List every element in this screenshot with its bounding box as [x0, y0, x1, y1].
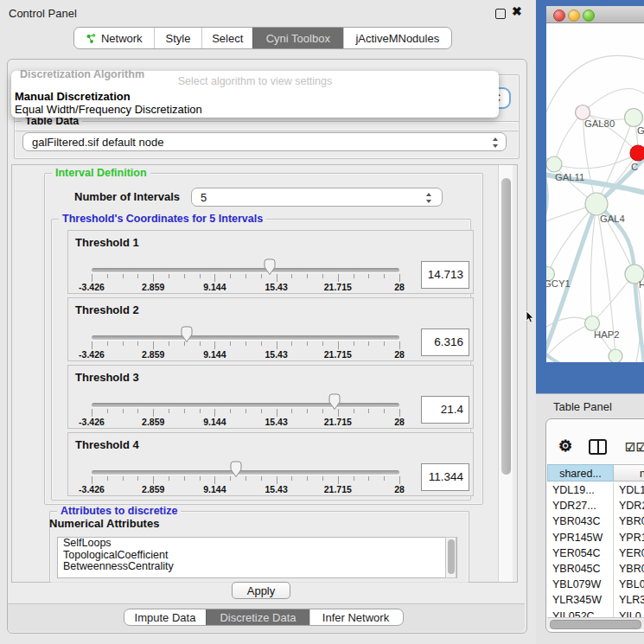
- column-header-shared[interactable]: shared...: [547, 464, 614, 481]
- mode-tab-infer-network[interactable]: Infer Network: [309, 609, 401, 625]
- network-node-GAL4[interactable]: [585, 193, 608, 215]
- algorithm-option-equal-width[interactable]: Equal Width/Frequency Discretization: [15, 103, 202, 116]
- tab-cyni-toolbox[interactable]: Cyni Toolbox: [252, 28, 343, 48]
- cell-name[interactable]: YER0: [614, 545, 644, 561]
- slider-tick: [169, 274, 169, 278]
- table-row[interactable]: YER054CYER0: [547, 545, 644, 561]
- tab-jactivemnodules[interactable]: jActiveMNodules: [343, 28, 451, 48]
- slider-tick: [399, 409, 400, 417]
- slider-track[interactable]: [92, 403, 399, 407]
- cell-name[interactable]: YDL1: [614, 482, 644, 498]
- network-node-label: GCY1: [546, 278, 571, 289]
- tab-select[interactable]: Select: [201, 28, 252, 48]
- mode-tab-discretize-data[interactable]: Discretize Data: [206, 609, 309, 625]
- table-row[interactable]: YBR043CYBR0: [547, 513, 644, 529]
- cell-shared-name[interactable]: YPR145W: [547, 530, 614, 545]
- network-node-node-upper-right[interactable]: [625, 109, 643, 127]
- network-node-GAL11[interactable]: [546, 156, 562, 172]
- tab-style[interactable]: Style: [154, 28, 202, 48]
- slider-track[interactable]: [92, 268, 399, 272]
- network-node-GAL80[interactable]: [576, 105, 590, 120]
- select-columns-icon[interactable]: ☑☑: [625, 441, 644, 454]
- network-node-node-bottom[interactable]: [609, 349, 622, 362]
- table-row[interactable]: YBL079WYBL0: [547, 577, 644, 592]
- threshold-value-field[interactable]: 14.713: [421, 261, 469, 289]
- zoom-traffic-light[interactable]: [583, 10, 595, 22]
- attributes-list-scrollbar[interactable]: [445, 537, 456, 578]
- threshold-value-field[interactable]: 11.344: [421, 463, 469, 491]
- network-edge[interactable]: [554, 112, 583, 164]
- vertical-scrollbar-thumb[interactable]: [501, 178, 511, 475]
- attribute-list-item[interactable]: SelfLoops: [58, 538, 456, 550]
- slider-thumb[interactable]: [180, 325, 194, 343]
- slider-tick: [92, 409, 92, 417]
- cell-name[interactable]: YDR2: [614, 498, 644, 513]
- tab-network[interactable]: Network: [74, 28, 154, 48]
- slider-tick-label: 15.43: [251, 417, 303, 427]
- cell-name[interactable]: YBL0: [614, 577, 644, 592]
- cell-shared-name[interactable]: YBR043C: [547, 513, 614, 529]
- slider-track[interactable]: [92, 335, 399, 340]
- cell-name[interactable]: YBR0: [614, 513, 644, 529]
- network-node-label: GAL80: [584, 118, 615, 129]
- close-traffic-light[interactable]: [553, 10, 565, 22]
- table-row[interactable]: YDR27...YDR2: [547, 498, 644, 513]
- horizontal-scrollbar-thumb[interactable]: [550, 620, 641, 629]
- column-header-name[interactable]: na: [614, 464, 644, 481]
- control-panel-title: Control Panel: [9, 7, 77, 20]
- cell-shared-name[interactable]: YDR27...: [547, 498, 614, 513]
- cell-shared-name[interactable]: YER054C: [547, 545, 614, 561]
- cell-shared-name[interactable]: YBR045C: [547, 561, 614, 577]
- slider-track[interactable]: [92, 470, 399, 475]
- network-canvas[interactable]: GAL80GACGAL11GAL4GCY1HHAP2: [546, 23, 644, 362]
- table-row[interactable]: YPR145WYPR1: [547, 530, 644, 545]
- attributes-list-scrollbar-thumb[interactable]: [448, 539, 455, 574]
- table-row[interactable]: YDL19...YDL1: [547, 482, 644, 498]
- slider-tick: [291, 476, 292, 481]
- threshold-value-field[interactable]: 21.4: [421, 396, 469, 424]
- threshold-value-field[interactable]: 6.316: [421, 328, 469, 356]
- gear-icon[interactable]: ⚙: [558, 438, 572, 454]
- mode-tab-label: Discretize Data: [220, 611, 296, 624]
- cell-shared-name[interactable]: YBL079W: [547, 577, 614, 592]
- numerical-attributes-list[interactable]: SelfLoopsTopologicalCoefficientBetweenne…: [57, 537, 457, 578]
- network-edge[interactable]: [554, 153, 638, 169]
- network-node-HAP2[interactable]: [585, 316, 600, 331]
- tab-label: Select: [212, 32, 243, 45]
- slider-thumb[interactable]: [328, 392, 341, 411]
- network-node-label: HAP2: [594, 329, 620, 340]
- cell-shared-name[interactable]: YDL19...: [547, 482, 614, 498]
- mode-tab-impute-data[interactable]: Impute Data: [124, 609, 206, 625]
- table-row[interactable]: YBR045CYBR0: [547, 561, 644, 577]
- network-edge[interactable]: [547, 204, 596, 274]
- table-data-combo[interactable]: galFiltered.sif default node: [22, 132, 507, 151]
- slider-tick: [338, 341, 339, 349]
- table-row[interactable]: YLR345WYLR3: [547, 592, 644, 608]
- columns-icon[interactable]: [589, 439, 607, 455]
- slider-tick-label: 21.715: [312, 349, 364, 360]
- slider-tick: [214, 274, 215, 282]
- slider-tick: [137, 409, 138, 413]
- table-data-group: Table Data galFiltered.sif default node: [14, 121, 520, 159]
- float-window-icon[interactable]: [495, 9, 506, 19]
- number-of-intervals-spinner[interactable]: 5: [191, 188, 443, 207]
- cell-name[interactable]: YLR3: [614, 592, 644, 608]
- tab-label: Cyni Toolbox: [266, 32, 330, 45]
- cell-shared-name[interactable]: YLR345W: [547, 592, 614, 608]
- cell-name[interactable]: YBR0: [614, 561, 644, 577]
- network-node-node-red[interactable]: [630, 145, 644, 161]
- minimize-traffic-light[interactable]: [568, 10, 580, 22]
- vertical-scrollbar[interactable]: [498, 165, 513, 582]
- horizontal-scrollbar[interactable]: [547, 617, 644, 629]
- close-icon[interactable]: ✖: [512, 4, 522, 18]
- attribute-list-item[interactable]: TopologicalCoefficient: [58, 550, 456, 562]
- algorithm-option-manual[interactable]: Manual Discretization: [15, 90, 131, 103]
- slider-thumb[interactable]: [263, 258, 277, 276]
- slider-tick: [123, 476, 124, 481]
- slider-thumb[interactable]: [229, 460, 243, 478]
- cell-name[interactable]: YPR1: [614, 530, 644, 545]
- network-edge-thick[interactable]: [546, 177, 547, 220]
- attribute-list-item[interactable]: BetweennessCentrality: [58, 561, 456, 573]
- network-window-titlebar[interactable]: [546, 6, 644, 23]
- apply-button[interactable]: Apply: [232, 582, 290, 599]
